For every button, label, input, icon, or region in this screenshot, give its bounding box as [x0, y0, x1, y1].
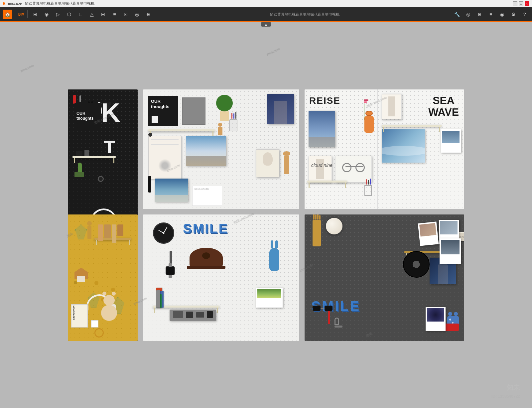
storage-tray — [170, 310, 216, 321]
smart-watch — [166, 266, 175, 275]
wall-hook — [148, 133, 152, 137]
toolbar-right-btn-7[interactable]: ? — [520, 10, 529, 19]
watch-band-bottom — [169, 275, 172, 278]
panel-dark-gray-pegboard: SCHIELE JOHN FIGURE SMILE — [305, 214, 464, 341]
titlebar-title: Enscape - 简欧背景墙电视背景墙墙贴花背景墙电视机 — [8, 1, 95, 6]
dark-card: OURthoughts — [148, 96, 178, 126]
mannequin-head — [283, 151, 290, 156]
mannequin-head-y — [87, 221, 92, 226]
paper-globe — [326, 218, 342, 234]
toolbar-separator — [15, 10, 15, 18]
polaroid-img-1 — [440, 221, 458, 234]
toolbar-right-btn-6[interactable]: ⚙ — [509, 10, 518, 19]
polaroid-portrait — [441, 129, 461, 153]
sketch-figure — [263, 152, 273, 166]
sunglass-bridge — [321, 308, 325, 309]
pencil-red — [231, 113, 232, 119]
wall-clock — [153, 222, 174, 244]
letter-k: K — [101, 99, 120, 126]
sketch-body — [316, 159, 324, 179]
toolbar-separator-2 — [27, 10, 28, 18]
shelf1-item1 — [76, 151, 82, 156]
reise-photo-blue — [309, 111, 335, 147]
cap-brim — [187, 266, 225, 269]
newspaper: NEWSPAPER — [71, 304, 88, 328]
dark-card-text: OURthoughts — [148, 96, 178, 113]
sunglasses — [313, 306, 332, 311]
peg-1 — [94, 281, 98, 285]
reise-photo-bottom — [309, 137, 335, 147]
toolbar-btn-1[interactable]: ⊞ — [31, 10, 40, 19]
sea-wave-text: SEAWAVE — [428, 95, 459, 118]
wave-photo — [382, 129, 425, 163]
hook-2 — [79, 95, 81, 102]
tray-item-3 — [196, 312, 204, 318]
bike-wheel-r — [355, 163, 365, 172]
sunglass-left-lens — [313, 306, 321, 311]
ring-yellow — [94, 328, 104, 338]
main-content: OUR thoughts K T — [0, 22, 532, 408]
toolbar-btn-8[interactable]: ≡ — [110, 10, 119, 19]
shelf-bottom-left — [307, 181, 347, 183]
close-button[interactable]: ✕ — [525, 1, 529, 6]
toolbar-btn-2[interactable]: ◉ — [42, 10, 51, 19]
toolbar-right-btn-4[interactable]: ≡ — [486, 10, 495, 19]
figure-sketch — [309, 156, 332, 183]
zimo-logo-cn: 知未 — [507, 383, 520, 392]
flower-2 — [364, 101, 367, 103]
wave-foam — [382, 146, 425, 156]
polaroid-img-2 — [419, 223, 437, 236]
maximize-button[interactable]: □ — [519, 1, 523, 6]
toolbar-btn-7[interactable]: ⊟ — [98, 10, 108, 19]
figure-on-shelf — [216, 123, 224, 135]
toolbar-btn-4[interactable]: ⬡ — [65, 10, 74, 19]
terrarium-1 — [75, 224, 87, 239]
minimize-button[interactable]: ─ — [513, 1, 517, 6]
bear-head — [103, 295, 115, 306]
smile-text: SMILE — [183, 221, 228, 236]
peg-2 — [111, 288, 115, 292]
panel-white-top-middle: OURthoughts — [143, 89, 299, 209]
toolbar-title: 简欧背景墙电视背景墙墙贴花背景墙电视机 — [159, 12, 450, 17]
polaroid-img-3 — [441, 240, 460, 254]
vinyl-label — [413, 261, 420, 268]
home-icon[interactable]: 🏠 — [3, 10, 12, 19]
bim-label: BIM — [18, 13, 24, 16]
panel-white-bottom-middle: SMILE — [143, 214, 299, 341]
toolbar-btn-3[interactable]: ▷ — [53, 10, 63, 19]
spot-1 — [449, 319, 451, 321]
toolbar-btn-6[interactable]: △ — [87, 10, 96, 19]
block-1 — [98, 224, 103, 241]
newspaper-text: NEWSPAPER — [72, 306, 75, 326]
collapse-arrow[interactable]: ▲ — [261, 22, 271, 27]
keys — [334, 318, 342, 328]
panel-white-top-right: REISE cloud nine — [305, 89, 464, 209]
cloud-nine-text: cloud nine — [311, 163, 332, 168]
notepad-line3 — [151, 144, 179, 145]
robot-head — [365, 111, 373, 116]
sunglass-right-lens — [325, 306, 332, 311]
toolbar-btn-10[interactable]: ◎ — [132, 10, 142, 19]
peg-decorative — [74, 281, 77, 284]
finger-2 — [315, 214, 317, 220]
toolbar-right-btn-1[interactable]: 🔧 — [452, 10, 462, 19]
panel-yellow-pegboard: NEWSPAPER — [68, 214, 138, 341]
bear-body — [101, 305, 117, 321]
figure-sketch-2 — [382, 94, 402, 119]
titlebar: E Enscape - 简欧背景墙电视背景墙墙贴花背景墙电视机 ─ □ ✕ — [0, 0, 532, 7]
plant — [216, 95, 233, 121]
teddy-bear — [101, 305, 117, 321]
toolbar-right-btn-5[interactable]: ◉ — [497, 10, 507, 19]
toolbar-btn-5[interactable]: □ — [76, 10, 85, 19]
toolbar-right-btn-2[interactable]: ◎ — [464, 10, 473, 19]
toolbar: 🏠 BIM ⊞ ◉ ▷ ⬡ □ △ ⊟ ≡ ⊡ ◎ ⊕ 简欧背景墙电视背景墙墙贴… — [0, 7, 532, 22]
our-thoughts-card: OUR thoughts — [74, 103, 101, 129]
tray-item-1 — [173, 311, 183, 318]
bike-wheel-l — [342, 163, 351, 172]
tray-item-2 — [186, 312, 193, 318]
toolbar-right-btn-3[interactable]: ⊕ — [475, 10, 484, 19]
toolbar-btn-9[interactable]: ⊡ — [121, 10, 130, 19]
book-gray — [156, 290, 160, 308]
toolbar-btn-11[interactable]: ⊕ — [144, 10, 153, 19]
sea-wave-section: SEAWAVE — [378, 89, 464, 209]
